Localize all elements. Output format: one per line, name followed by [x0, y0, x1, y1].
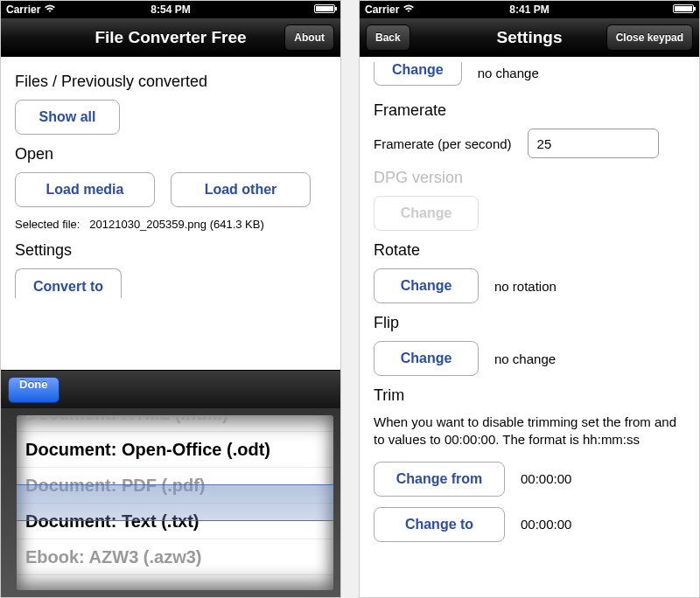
- flip-change-button[interactable]: Change: [374, 341, 479, 376]
- picker-item[interactable]: Ebook: AZW3 (.azw3): [17, 539, 333, 575]
- settings-content: Change no change Framerate Framerate (pe…: [360, 57, 699, 597]
- trim-from-value: 00:00:00: [521, 471, 571, 486]
- back-button[interactable]: Back: [366, 24, 410, 51]
- picker-item[interactable]: Document: Text (.txt): [17, 504, 333, 539]
- flip-title: Flip: [374, 314, 685, 332]
- framerate-input[interactable]: [528, 129, 659, 158]
- selected-file-value: 20121030_205359.png (641.3 KB): [89, 218, 264, 231]
- page-title: File Converter Free: [94, 28, 246, 47]
- trim-title: Trim: [374, 386, 685, 405]
- top-value: no change: [478, 66, 539, 80]
- battery-icon: [673, 4, 694, 13]
- about-button[interactable]: About: [284, 24, 334, 51]
- wifi-icon: [402, 3, 415, 16]
- clock: 8:41 PM: [509, 3, 549, 16]
- open-section-title: Open: [15, 145, 326, 163]
- trim-description: When you want to disable trimming set th…: [374, 414, 685, 449]
- change-from-button[interactable]: Change from: [374, 462, 505, 497]
- settings-section-title: Settings: [15, 241, 326, 260]
- carrier-label: Carrier: [6, 3, 40, 16]
- wifi-icon: [44, 3, 56, 16]
- change-button[interactable]: Change: [374, 62, 462, 86]
- trim-to-value: 00:00:00: [521, 517, 571, 532]
- phone-right: Carrier 8:41 PM Back Settings Close keyp…: [359, 0, 700, 598]
- done-button[interactable]: Done: [8, 377, 60, 403]
- selected-file-label: Selected file:: [15, 218, 80, 231]
- framerate-title: Framerate: [374, 101, 685, 120]
- rotate-title: Rotate: [374, 241, 685, 260]
- phone-left: Carrier 8:54 PM File Converter Free Abou…: [0, 0, 341, 598]
- load-media-button[interactable]: Load media: [15, 172, 155, 207]
- picker-item-selected[interactable]: Document: PDF (.pdf): [17, 468, 333, 504]
- page-title: Settings: [497, 28, 563, 47]
- flip-value: no change: [494, 351, 556, 366]
- rotate-change-button[interactable]: Change: [374, 268, 479, 303]
- navbar: Back Settings Close keypad: [360, 18, 699, 57]
- change-to-button[interactable]: Change to: [374, 507, 505, 542]
- picker-item[interactable]: Document: HTML (.html): [17, 415, 333, 432]
- picker[interactable]: Document: HTML (.html) Document: Open-Of…: [1, 408, 340, 597]
- picker-item[interactable]: Document: Open-Office (.odt): [17, 432, 333, 468]
- main-content: Files / Previously converted Show all Op…: [1, 57, 340, 370]
- close-keypad-button[interactable]: Close keypad: [606, 24, 693, 51]
- convert-to-button[interactable]: Convert to: [15, 268, 122, 298]
- dpg-title: DPG version: [374, 169, 685, 187]
- show-all-button[interactable]: Show all: [15, 100, 120, 135]
- load-other-button[interactable]: Load other: [171, 172, 311, 207]
- navbar: File Converter Free About: [1, 18, 340, 57]
- framerate-label: Framerate (per second): [374, 136, 512, 151]
- selected-file: Selected file: 20121030_205359.png (641.…: [15, 218, 326, 231]
- picker-wheel[interactable]: Document: HTML (.html) Document: Open-Of…: [17, 415, 333, 590]
- carrier-label: Carrier: [365, 3, 399, 16]
- battery-icon: [314, 4, 335, 13]
- picker-toolbar: Done: [1, 370, 340, 408]
- files-section-title: Files / Previously converted: [15, 73, 326, 91]
- status-bar: Carrier 8:41 PM: [360, 1, 699, 18]
- dpg-change-button: Change: [374, 196, 479, 231]
- rotate-value: no rotation: [494, 279, 556, 294]
- clock: 8:54 PM: [150, 3, 190, 16]
- status-bar: Carrier 8:54 PM: [1, 1, 340, 18]
